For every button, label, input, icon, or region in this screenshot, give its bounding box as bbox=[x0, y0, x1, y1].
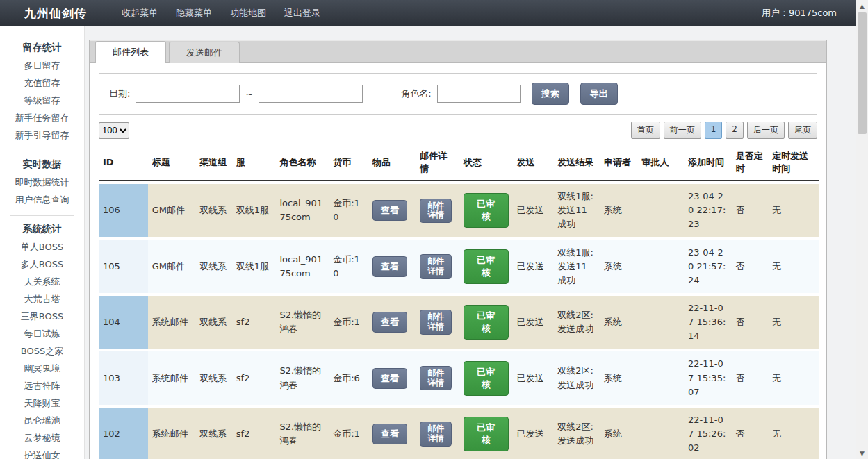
cell-schedule-time: 无 bbox=[768, 296, 819, 349]
sidebar-nav: 留存统计多日留存充值留存等级留存新手任务留存新手引导留存实时数据即时数据统计用户… bbox=[0, 26, 85, 459]
search-button[interactable]: 搜索 bbox=[532, 83, 569, 105]
reviewed-status-button[interactable]: 已审核 bbox=[464, 193, 509, 228]
sidebar-item[interactable]: 天关系统 bbox=[0, 273, 84, 290]
column-header: 服 bbox=[232, 146, 276, 181]
cell-currency: 金币:6 bbox=[329, 351, 368, 404]
sidebar-item[interactable]: 充值留存 bbox=[0, 74, 84, 92]
header-menu-item[interactable]: 隐藏菜单 bbox=[176, 7, 212, 19]
sidebar-section-title: 实时数据 bbox=[0, 158, 84, 171]
column-header: 状态 bbox=[459, 146, 513, 181]
sidebar-item[interactable]: 三界BOSS bbox=[0, 308, 84, 325]
table-body: 106GM邮件双线系双线1服local_90175com金币:10查看邮件详情已… bbox=[99, 184, 819, 459]
cell-applicant: 系统 bbox=[600, 351, 638, 404]
mail-detail-button[interactable]: 邮件详情 bbox=[420, 366, 452, 391]
scrollbar-thumb[interactable] bbox=[858, 12, 867, 134]
sidebar-item[interactable]: 远古符阵 bbox=[0, 377, 84, 394]
pager-page-1[interactable]: 1 bbox=[705, 122, 723, 139]
cell-add-time: 22-11-07 15:35:07 bbox=[684, 351, 732, 404]
header-menu-item[interactable]: 功能地图 bbox=[230, 7, 266, 19]
pager-prev[interactable]: 前一页 bbox=[664, 122, 701, 139]
view-item-button[interactable]: 查看 bbox=[372, 312, 407, 333]
sidebar-item[interactable]: 新手引导留存 bbox=[0, 126, 84, 144]
cell-add-time: 23-04-20 21:57:24 bbox=[684, 240, 732, 293]
sidebar-item[interactable]: 多日留存 bbox=[0, 57, 84, 74]
view-item-button[interactable]: 查看 bbox=[372, 256, 407, 277]
sidebar-item[interactable]: 单人BOSS bbox=[0, 238, 84, 256]
sidebar-item[interactable]: 即时数据统计 bbox=[0, 174, 84, 191]
pager-next[interactable]: 后一页 bbox=[747, 122, 785, 139]
sidebar-item[interactable]: 昆仑瑶池 bbox=[0, 412, 84, 429]
cell-add-time: 22-11-07 15:36:14 bbox=[684, 296, 732, 349]
sidebar-item[interactable]: 天降财宝 bbox=[0, 394, 84, 412]
cell-currency: 金币:10 bbox=[329, 184, 368, 237]
cell-item-button: 查看 bbox=[368, 408, 416, 459]
column-header: 标题 bbox=[148, 146, 196, 181]
scroll-down-icon[interactable]: ▼ bbox=[856, 447, 868, 459]
cell-result: 双线1服:发送11成功 bbox=[553, 240, 600, 293]
page-size-select[interactable]: 100 bbox=[99, 122, 129, 139]
reviewed-status-button[interactable]: 已审核 bbox=[464, 249, 509, 284]
mail-detail-button[interactable]: 邮件详情 bbox=[420, 199, 452, 224]
column-header: ID bbox=[99, 146, 148, 181]
cell-item-button: 查看 bbox=[368, 184, 416, 237]
reviewed-status-button[interactable]: 已审核 bbox=[464, 361, 509, 396]
header-menu-item[interactable]: 收起菜单 bbox=[122, 7, 158, 19]
cell-channel: 双线系 bbox=[195, 351, 232, 404]
cell-scheduled: 否 bbox=[732, 408, 769, 459]
column-header: 角色名称 bbox=[275, 146, 329, 181]
cell-server: 双线1服 bbox=[232, 184, 276, 237]
sidebar-item[interactable]: 护送仙女 bbox=[0, 447, 84, 459]
pager-page-2[interactable]: 2 bbox=[726, 122, 744, 139]
tab-mail-list[interactable]: 邮件列表 bbox=[95, 41, 166, 63]
column-header: 定时发送时间 bbox=[768, 146, 819, 181]
cell-title: GM邮件 bbox=[148, 184, 196, 237]
date-from-input[interactable] bbox=[136, 85, 240, 103]
export-button[interactable]: 导出 bbox=[580, 83, 618, 105]
header-menu: 收起菜单隐藏菜单功能地图退出登录 bbox=[122, 7, 320, 19]
cell-item-button: 查看 bbox=[368, 240, 416, 293]
header-menu-item[interactable]: 退出登录 bbox=[284, 7, 320, 19]
view-item-button[interactable]: 查看 bbox=[372, 200, 407, 221]
tab-send-mail[interactable]: 发送邮件 bbox=[169, 42, 240, 63]
sidebar-item[interactable]: 幽冥鬼境 bbox=[0, 360, 84, 377]
mail-detail-button[interactable]: 邮件详情 bbox=[420, 310, 452, 335]
sidebar-item[interactable]: 新手任务留存 bbox=[0, 109, 84, 126]
pager-last[interactable]: 尾页 bbox=[788, 122, 817, 139]
scroll-up-icon[interactable]: ▲ bbox=[856, 0, 868, 12]
column-header: 发送 bbox=[513, 146, 554, 181]
cell-add-time: 23-04-20 22:17:23 bbox=[684, 184, 732, 237]
mail-detail-button[interactable]: 邮件详情 bbox=[420, 254, 452, 279]
sidebar-item[interactable]: BOSS之家 bbox=[0, 342, 84, 360]
sidebar-item[interactable]: 等级留存 bbox=[0, 92, 84, 109]
cell-currency: 金币:1 bbox=[329, 296, 368, 349]
pager-first[interactable]: 首页 bbox=[631, 122, 660, 139]
table-row: 104系统邮件双线系sf2S2.懒惰的鸿春金币:1查看邮件详情已审核已发送双线2… bbox=[99, 296, 819, 349]
view-item-button[interactable]: 查看 bbox=[372, 424, 407, 444]
role-name-input[interactable] bbox=[437, 85, 521, 103]
cell-status: 已审核 bbox=[459, 351, 513, 404]
reviewed-status-button[interactable]: 已审核 bbox=[464, 305, 509, 340]
mail-detail-button[interactable]: 邮件详情 bbox=[420, 422, 452, 447]
column-header: 发送结果 bbox=[553, 146, 600, 181]
view-item-button[interactable]: 查看 bbox=[372, 368, 407, 389]
user-info: 用户：90175com bbox=[762, 7, 837, 19]
sidebar-item[interactable]: 多人BOSS bbox=[0, 256, 84, 273]
cell-detail-button: 邮件详情 bbox=[416, 408, 459, 459]
cell-server: 双线1服 bbox=[232, 240, 276, 293]
sidebar-item[interactable]: 用户信息查询 bbox=[0, 191, 84, 208]
cell-applicant: 系统 bbox=[600, 184, 638, 237]
sidebar-item[interactable]: 云梦秘境 bbox=[0, 429, 84, 447]
sidebar-item[interactable]: 大荒古塔 bbox=[0, 290, 84, 308]
column-header: 货币 bbox=[329, 146, 368, 181]
cell-id: 106 bbox=[99, 184, 148, 237]
page-scrollbar[interactable]: ▲ ▼ bbox=[856, 0, 868, 459]
date-to-input[interactable] bbox=[259, 85, 363, 103]
cell-status: 已审核 bbox=[459, 240, 513, 293]
sidebar-item[interactable]: 每日试炼 bbox=[0, 325, 84, 342]
cell-currency: 金币:10 bbox=[329, 240, 368, 293]
cell-scheduled: 否 bbox=[732, 296, 769, 349]
reviewed-status-button[interactable]: 已审核 bbox=[464, 417, 509, 451]
cell-currency: 金币:1 bbox=[329, 408, 368, 459]
cell-sent: 已发送 bbox=[513, 240, 554, 293]
user-value: 90175com bbox=[789, 8, 837, 18]
